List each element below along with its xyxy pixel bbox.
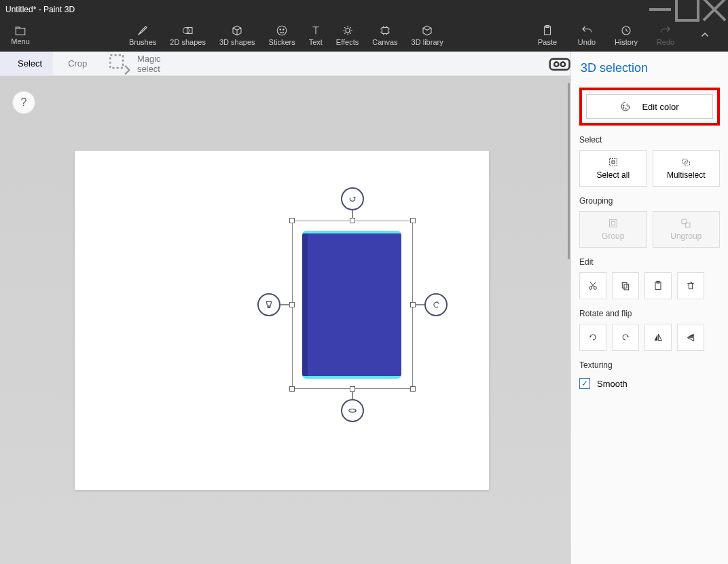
copy-icon — [620, 280, 631, 291]
multiselect-button[interactable]: Multiselect — [653, 150, 721, 187]
rotate-z-handle[interactable] — [341, 187, 364, 210]
svg-rect-33 — [609, 220, 617, 227]
flip-h-icon — [653, 332, 663, 343]
minimize-button[interactable] — [647, 0, 674, 19]
group-button: Group — [579, 211, 647, 248]
paste-button[interactable]: Paste — [534, 19, 561, 52]
maximize-button[interactable] — [674, 0, 701, 19]
svg-point-18 — [561, 62, 565, 67]
palette-icon — [620, 101, 631, 112]
svg-rect-30 — [612, 161, 615, 164]
svg-rect-40 — [624, 284, 629, 290]
select-tool[interactable]: Select — [0, 52, 53, 75]
redo-icon — [659, 24, 672, 37]
svg-point-28 — [625, 109, 626, 109]
3d-object[interactable] — [302, 231, 401, 379]
cut-icon — [587, 280, 598, 291]
rotate-ccw-button[interactable] — [579, 324, 606, 351]
library3d-icon — [421, 24, 433, 37]
help-button[interactable]: ? — [12, 91, 35, 114]
tab-canvas[interactable]: Canvas — [372, 19, 397, 52]
titlebar: Untitled* - Paint 3D — [0, 0, 728, 19]
tab-stickers[interactable]: Stickers — [269, 19, 295, 52]
close-button[interactable] — [701, 0, 728, 19]
side-panel: 3D selection Edit color Select Select al… — [570, 52, 728, 564]
tab-effects[interactable]: Effects — [336, 19, 359, 52]
depth-handle[interactable] — [257, 293, 280, 316]
svg-rect-34 — [611, 221, 615, 225]
svg-rect-4 — [16, 29, 25, 35]
resize-handle-br[interactable] — [410, 386, 416, 392]
select-all-button[interactable]: Select all — [579, 150, 647, 187]
svg-point-7 — [277, 26, 287, 35]
rotate-ccw-icon — [587, 332, 598, 343]
canvas-icon — [379, 24, 391, 37]
svg-point-10 — [346, 29, 350, 33]
mixed-reality-icon — [547, 50, 572, 76]
smooth-checkbox[interactable]: ✓ Smooth — [579, 375, 720, 392]
tab-3d-shapes[interactable]: 3D shapes — [219, 19, 255, 52]
rotate-section-label: Rotate and flip — [579, 309, 720, 318]
effects-icon — [342, 24, 354, 37]
edit-color-highlight: Edit color — [579, 88, 720, 126]
check-icon: ✓ — [579, 378, 590, 389]
multiselect-icon — [680, 157, 691, 168]
main-ribbon: Menu Brushes 2D shapes 3D shapes Sticker… — [0, 19, 728, 52]
rotate-x-handle[interactable] — [341, 399, 364, 422]
collapse-ribbon-button[interactable] — [691, 19, 718, 52]
selection-box[interactable] — [292, 221, 413, 389]
ungroup-button: Ungroup — [653, 211, 721, 248]
resize-handle-tl[interactable] — [289, 218, 295, 223]
paste-icon — [541, 24, 553, 37]
scrollbar-thumb[interactable] — [568, 83, 570, 259]
flip-v-icon — [685, 332, 696, 343]
svg-point-25 — [349, 409, 357, 413]
chevron-up-icon — [699, 29, 711, 41]
delete-button[interactable] — [677, 272, 704, 299]
edit-color-button[interactable]: Edit color — [586, 94, 713, 119]
select-all-icon — [608, 157, 619, 168]
svg-point-8 — [280, 29, 281, 31]
workspace[interactable]: ? — [0, 76, 570, 564]
flip-vertical-button[interactable] — [677, 324, 704, 351]
redo-button[interactable]: Redo — [652, 19, 679, 52]
undo-button[interactable]: Undo — [573, 19, 600, 52]
resize-handle-tm[interactable] — [350, 218, 355, 223]
svg-rect-15 — [111, 55, 124, 68]
trash-icon — [685, 280, 696, 291]
panel-title: 3D selection — [579, 61, 720, 75]
menu-label: Menu — [11, 37, 30, 45]
svg-rect-39 — [622, 282, 627, 288]
ungroup-icon — [680, 218, 691, 229]
window-title: Untitled* - Paint 3D — [5, 5, 75, 14]
magic-select-tool[interactable]: Magic select — [96, 51, 170, 77]
svg-point-17 — [554, 62, 558, 67]
resize-handle-tr[interactable] — [410, 218, 416, 223]
paste-button-panel[interactable] — [644, 272, 672, 299]
tab-text[interactable]: Text — [309, 19, 323, 52]
cut-button[interactable] — [579, 272, 606, 299]
paste-icon — [653, 280, 663, 291]
text-icon — [310, 24, 322, 37]
tab-2d-shapes[interactable]: 2D shapes — [170, 19, 206, 52]
history-button[interactable]: History — [613, 19, 640, 52]
tab-brushes[interactable]: Brushes — [129, 19, 156, 52]
history-icon — [620, 24, 632, 37]
rotate-cw-button[interactable] — [612, 324, 639, 351]
rotate-y-handle[interactable] — [424, 293, 448, 316]
cube-front-face — [308, 233, 401, 376]
select-section-label: Select — [579, 135, 720, 145]
svg-rect-1 — [676, 0, 698, 20]
resize-handle-ml[interactable] — [289, 302, 295, 307]
svg-point-26 — [623, 105, 624, 106]
crop-tool[interactable]: Crop — [53, 58, 96, 69]
svg-point-27 — [623, 107, 624, 108]
menu-button[interactable]: Menu — [0, 19, 41, 52]
canvas[interactable] — [75, 151, 489, 490]
flip-horizontal-button[interactable] — [644, 324, 672, 351]
resize-handle-bl[interactable] — [289, 386, 295, 392]
undo-icon — [581, 24, 593, 37]
copy-button[interactable] — [612, 272, 639, 299]
tab-3d-library[interactable]: 3D library — [412, 19, 443, 52]
shapes2d-icon — [182, 24, 194, 37]
